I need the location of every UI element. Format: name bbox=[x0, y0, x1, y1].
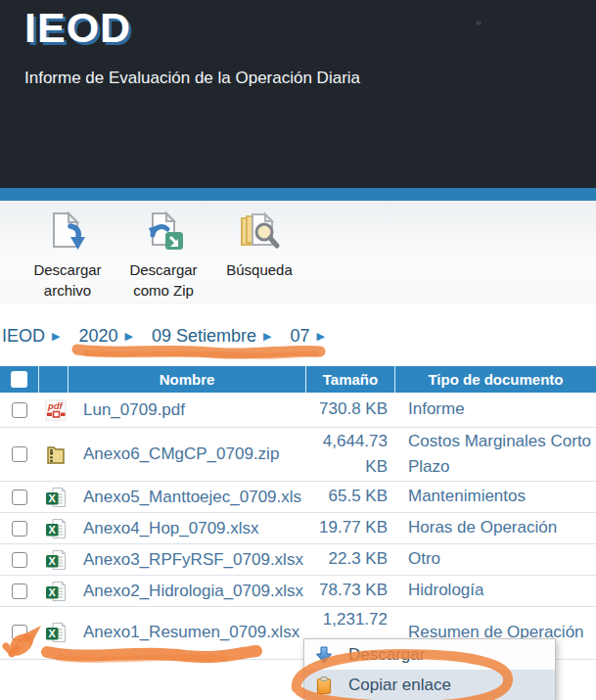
table-row[interactable]: X Anexo5_Manttoejec_0709.xls 65.5 KB Man… bbox=[0, 482, 596, 513]
breadcrumb: IEOD ▶ 2020 ▶ 09 Setiembre ▶ 07 ▶ bbox=[2, 326, 344, 347]
svg-text:X: X bbox=[49, 586, 57, 598]
page-title: IEOD bbox=[24, 4, 131, 52]
search-label: Búsqueda bbox=[226, 259, 293, 280]
file-link[interactable]: Anexo1_Resumen_0709.xlsx bbox=[83, 623, 299, 641]
download-arrow-icon bbox=[314, 645, 334, 665]
icon-column-header bbox=[39, 366, 69, 393]
breadcrumb-arrow-icon[interactable]: ▶ bbox=[317, 330, 325, 343]
file-size: 65.5 KB bbox=[306, 484, 395, 509]
menu-item-label: Copiar enlace bbox=[348, 676, 451, 695]
table-row[interactable]: X Anexo2_Hidrologia_0709.xlsx 78.73 KB H… bbox=[0, 576, 596, 607]
download-zip-icon bbox=[141, 210, 186, 256]
file-link[interactable]: Anexo6_CMgCP_0709.zip bbox=[83, 444, 279, 463]
breadcrumb-item-07[interactable]: 07 bbox=[291, 326, 310, 347]
accent-bar bbox=[0, 188, 596, 201]
row-checkbox[interactable] bbox=[12, 552, 27, 568]
row-checkbox[interactable] bbox=[12, 490, 27, 505]
svg-text:X: X bbox=[49, 628, 57, 639]
file-type: Costos Marginales Corto Plazo bbox=[395, 429, 596, 481]
row-checkbox[interactable] bbox=[12, 583, 27, 599]
row-checkbox[interactable] bbox=[12, 625, 27, 640]
file-size: 78.73 KB bbox=[306, 578, 395, 603]
download-file-button[interactable]: Descargar archivo bbox=[20, 210, 115, 301]
excel-file-icon: X bbox=[45, 487, 67, 508]
type-column-header[interactable]: Tipo de documento bbox=[395, 366, 596, 393]
file-size: 22.3 KB bbox=[306, 546, 395, 572]
file-link[interactable]: Anexo5_Manttoejec_0709.xls bbox=[83, 488, 301, 506]
table-row[interactable]: X Anexo3_RPFyRSF_0709.xlsx 22.3 KB Otro bbox=[0, 544, 596, 576]
breadcrumb-arrow-icon[interactable]: ▶ bbox=[125, 330, 133, 343]
page-header: IEOD Informe de Evaluación de la Operaci… bbox=[0, 0, 596, 188]
size-column-header[interactable]: Tamaño bbox=[306, 366, 395, 393]
download-file-label: Descargar archivo bbox=[23, 259, 113, 301]
cursor-artifact bbox=[476, 21, 481, 25]
row-checkbox[interactable] bbox=[12, 446, 27, 462]
file-link[interactable]: Anexo2_Hidrologia_0709.xlsx bbox=[83, 582, 303, 600]
download-zip-label: Descargar como Zip bbox=[118, 259, 208, 301]
table-row[interactable]: pdf Lun_0709.pdf 730.8 KB Informe bbox=[0, 393, 596, 428]
breadcrumb-arrow-icon[interactable]: ▶ bbox=[52, 330, 60, 343]
file-link[interactable]: Anexo4_Hop_0709.xlsx bbox=[83, 519, 259, 537]
file-type: Informe bbox=[395, 397, 596, 422]
file-type: Mantenimientos bbox=[395, 484, 596, 509]
page-subtitle: Informe de Evaluación de la Operación Di… bbox=[24, 69, 360, 88]
excel-file-icon: X bbox=[45, 549, 67, 571]
file-link[interactable]: Anexo3_RPFyRSF_0709.xlsx bbox=[83, 550, 303, 569]
search-documents-icon bbox=[237, 210, 282, 256]
select-all-cell bbox=[0, 366, 39, 393]
menu-item-copiar-enlace[interactable]: Copiar enlace bbox=[304, 670, 555, 700]
zip-file-icon bbox=[45, 443, 67, 465]
name-column-header[interactable]: Nombre bbox=[69, 366, 306, 393]
row-checkbox[interactable] bbox=[12, 521, 27, 537]
excel-file-icon: X bbox=[45, 518, 67, 539]
table-row[interactable]: Anexo6_CMgCP_0709.zip 4,644.73 KB Costos… bbox=[0, 428, 596, 482]
context-menu: Descargar Copiar enlace bbox=[303, 638, 556, 700]
file-link[interactable]: Lun_0709.pdf bbox=[83, 400, 185, 419]
download-file-icon bbox=[45, 210, 90, 256]
menu-item-descargar[interactable]: Descargar bbox=[304, 639, 555, 670]
row-checkbox[interactable] bbox=[12, 402, 27, 418]
breadcrumb-arrow-icon[interactable]: ▶ bbox=[263, 330, 271, 343]
svg-text:pdf: pdf bbox=[47, 400, 64, 411]
breadcrumb-item-2020[interactable]: 2020 bbox=[78, 326, 117, 347]
excel-file-icon: X bbox=[45, 622, 67, 643]
clipboard-icon bbox=[314, 676, 334, 695]
svg-text:X: X bbox=[49, 524, 57, 536]
svg-text:X: X bbox=[49, 492, 57, 504]
breadcrumb-item-ieod[interactable]: IEOD bbox=[2, 326, 45, 347]
table-row[interactable]: X Anexo4_Hop_0709.xlsx 19.77 KB Horas de… bbox=[0, 513, 596, 544]
search-button[interactable]: Búsqueda bbox=[211, 210, 307, 280]
file-size: 19.77 KB bbox=[306, 515, 395, 540]
pdf-file-icon: pdf bbox=[45, 399, 67, 421]
menu-item-label: Descargar bbox=[348, 645, 425, 665]
file-type: Otro bbox=[395, 546, 596, 572]
file-size: 4,644.73 KB bbox=[306, 429, 395, 481]
file-type: Hidrología bbox=[395, 578, 596, 603]
select-all-checkbox[interactable] bbox=[11, 371, 27, 388]
file-size: 730.8 KB bbox=[306, 397, 395, 422]
excel-file-icon: X bbox=[45, 581, 67, 602]
file-type: Horas de Operación bbox=[395, 515, 596, 540]
svg-text:X: X bbox=[49, 555, 57, 567]
documents-table: Nombre Tamaño Tipo de documento pdf Lun_… bbox=[0, 366, 596, 660]
breadcrumb-item-setiembre[interactable]: 09 Setiembre bbox=[152, 326, 256, 347]
ribbon-toolbar: Descargar archivo Descargar como Zip Bús… bbox=[0, 201, 596, 304]
table-header-row: Nombre Tamaño Tipo de documento bbox=[0, 366, 596, 393]
download-zip-button[interactable]: Descargar como Zip bbox=[115, 210, 211, 301]
